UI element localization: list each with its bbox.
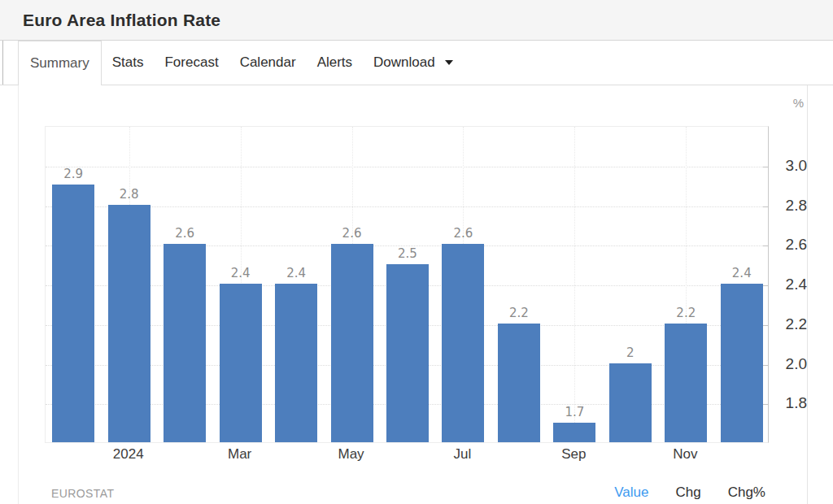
mode-value-button[interactable]: Value	[614, 484, 648, 501]
bar-value-label: 2.6	[324, 226, 379, 241]
tab-calendar[interactable]: Calendar	[229, 41, 307, 85]
chart-bar[interactable]	[609, 363, 652, 443]
tab-download-label: Download	[373, 54, 435, 70]
tab-bar-left-border	[2, 41, 3, 85]
chart-bar[interactable]	[220, 284, 262, 442]
tab-summary[interactable]: Summary	[18, 41, 102, 85]
y-axis-tick-label: 3.0	[774, 157, 807, 175]
y-axis-tick-label: 2.6	[774, 236, 807, 254]
chart-bar[interactable]	[275, 284, 317, 442]
axis-tick-mark	[763, 365, 768, 366]
bar-value-label: 2	[603, 345, 658, 360]
source-label: EUROSTAT	[51, 487, 114, 500]
tab-list: Summary Stats Forecast Calendar Alerts D…	[18, 41, 464, 85]
y-axis-tick-label: 2.4	[774, 276, 807, 293]
chart-bar[interactable]	[442, 244, 484, 442]
bar-value-label: 2.4	[714, 266, 770, 280]
axis-tick-mark	[763, 167, 768, 167]
mode-chgpct-button[interactable]: Chg%	[728, 484, 765, 501]
x-axis-tick-label: May	[315, 446, 388, 463]
chart-panel: % 2.92.82.62.42.42.62.52.62.21.722.22.4 …	[18, 85, 808, 504]
axis-tick-mark	[763, 404, 768, 405]
h-gridline	[46, 167, 768, 167]
axis-tick-mark	[763, 325, 768, 326]
v-gridline	[574, 127, 575, 442]
chart-plot-area[interactable]: 2.92.82.62.42.42.62.52.62.21.722.22.4	[45, 126, 769, 443]
tab-bar: Summary Stats Forecast Calendar Alerts D…	[0, 41, 833, 85]
bar-value-label: 2.2	[658, 306, 713, 320]
chart-bar[interactable]	[108, 205, 150, 443]
h-gridline	[46, 206, 768, 207]
chart-bar[interactable]	[331, 244, 373, 442]
x-axis-tick-label: Jul	[425, 446, 499, 463]
tab-stats[interactable]: Stats	[102, 41, 155, 85]
chart-bar[interactable]	[553, 423, 595, 442]
y-axis-unit-label: %	[771, 96, 804, 110]
bar-value-label: 1.7	[547, 405, 602, 419]
y-axis-tick-label: 2.0	[774, 355, 807, 373]
bar-value-label: 2.2	[491, 306, 547, 320]
bar-value-label: 2.4	[212, 266, 268, 280]
y-axis-tick-label: 2.2	[774, 315, 807, 333]
tab-download[interactable]: Download	[363, 41, 464, 85]
bar-value-label: 2.6	[157, 226, 212, 241]
chart-bar[interactable]	[164, 244, 206, 442]
y-axis-tick-label: 1.8	[774, 394, 807, 412]
bar-value-label: 2.8	[101, 187, 156, 202]
axis-tick-mark	[763, 206, 768, 207]
bar-value-label: 2.5	[380, 246, 435, 261]
chart-bar[interactable]	[665, 324, 707, 442]
axis-tick-mark	[763, 285, 768, 286]
caret-down-icon	[445, 60, 453, 65]
y-axis-tick-label: 2.8	[774, 197, 807, 215]
app-header: Euro Area Inflation Rate	[0, 0, 833, 41]
bar-value-label: 2.6	[435, 226, 491, 241]
x-axis-tick-label: Sep	[537, 446, 610, 463]
tab-bar-bottom-border	[0, 85, 833, 85]
bar-value-label: 2.4	[268, 266, 324, 280]
chart-bar[interactable]	[721, 284, 763, 442]
tab-forecast[interactable]: Forecast	[154, 41, 229, 85]
chart-bar[interactable]	[498, 324, 540, 442]
tab-alerts[interactable]: Alerts	[307, 41, 363, 85]
x-axis-tick-label: Mar	[203, 446, 277, 463]
x-axis-tick-label: Nov	[648, 446, 722, 463]
x-axis-tick-label: 2024	[92, 446, 165, 463]
axis-tick-mark	[763, 245, 768, 246]
chart-mode-links: Value Chg Chg%	[614, 484, 765, 501]
chart-bar[interactable]	[52, 185, 94, 442]
chart-bar[interactable]	[386, 264, 429, 442]
bar-value-label: 2.9	[46, 167, 101, 181]
page-title: Euro Area Inflation Rate	[23, 11, 220, 30]
mode-chg-button[interactable]: Chg	[676, 484, 701, 501]
